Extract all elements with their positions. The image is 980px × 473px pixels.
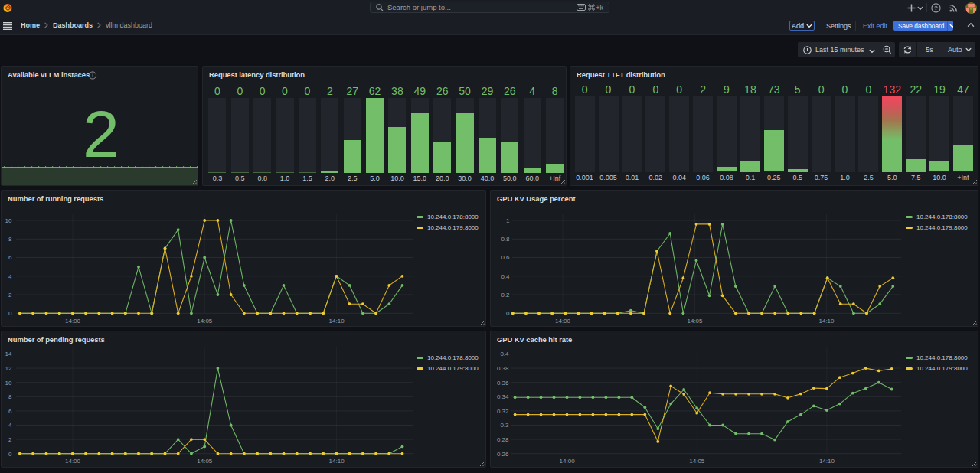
svg-text:14:00: 14:00 [555,318,571,325]
svg-text:14:00: 14:00 [65,458,81,465]
svg-text:0.34: 0.34 [497,393,509,400]
svg-text:14:10: 14:10 [329,458,345,465]
svg-text:2: 2 [8,292,12,298]
svg-text:14:10: 14:10 [818,318,835,325]
svg-text:10: 10 [5,217,12,224]
svg-text:14:10: 14:10 [329,318,345,325]
svg-text:14:05: 14:05 [197,318,213,325]
svg-text:14:05: 14:05 [689,458,705,465]
svg-text:?: ? [934,5,938,11]
svg-text:4: 4 [8,422,12,429]
svg-text:6: 6 [8,408,12,415]
svg-text:6: 6 [8,254,12,261]
svg-text:0.28: 0.28 [497,436,509,443]
svg-text:0: 0 [8,451,12,458]
svg-text:0.8: 0.8 [501,236,510,243]
svg-text:14:10: 14:10 [819,458,835,465]
svg-text:0: 0 [506,310,510,317]
svg-text:14:00: 14:00 [560,458,576,465]
svg-text:0.4: 0.4 [501,273,510,280]
svg-text:2: 2 [8,436,12,443]
svg-text:14:05: 14:05 [687,318,703,325]
svg-text:0.6: 0.6 [501,254,510,261]
svg-text:0.2: 0.2 [501,292,510,298]
svg-text:0: 0 [8,310,12,317]
svg-text:8: 8 [8,236,12,243]
svg-text:12: 12 [5,365,12,372]
svg-text:0.36: 0.36 [497,380,509,387]
svg-text:0.26: 0.26 [497,451,509,458]
svg-text:10: 10 [5,380,12,387]
svg-text:0.32: 0.32 [497,408,509,415]
svg-text:8: 8 [8,393,12,400]
svg-text:1: 1 [506,217,510,224]
svg-text:0.3: 0.3 [500,422,509,429]
svg-text:14: 14 [5,351,12,357]
svg-text:14:05: 14:05 [197,458,213,465]
svg-text:0.38: 0.38 [497,365,509,372]
svg-text:0.4: 0.4 [500,351,509,357]
svg-text:14:00: 14:00 [65,318,81,325]
svg-text:4: 4 [8,273,12,280]
